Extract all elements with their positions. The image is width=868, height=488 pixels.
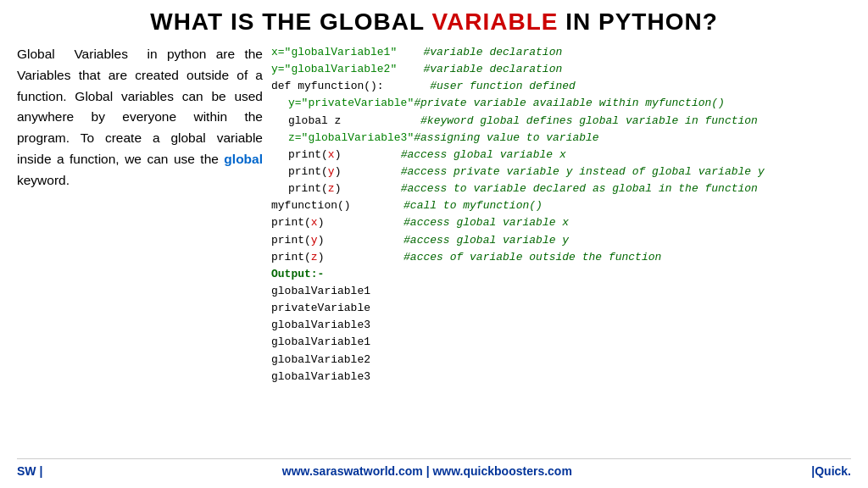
code-line-5: global z #keyword global defines global … <box>271 113 851 130</box>
code-line-6: z="globalVariable3" #assigning value to … <box>271 130 851 147</box>
code-line-8: print(y) #access private variable y inst… <box>271 164 851 180</box>
code-text: global z <box>288 113 341 130</box>
code-line-3: def myfunction(): #user function defined <box>271 78 851 95</box>
comment-text: #user function defined <box>384 78 576 95</box>
code-line-7: print(x) #access global variable x <box>271 147 851 164</box>
comment-text: #acces of variable outside the function <box>324 249 661 266</box>
code-text: print(x) <box>288 147 341 164</box>
comment-text: #access to variable declared as global i… <box>341 180 757 197</box>
code-text: def myfunction(): <box>271 78 384 95</box>
title-variable: VARIABLE <box>431 8 558 35</box>
description-text: Global Variables in python are the Varia… <box>17 47 263 187</box>
output-val-1: globalVariable1 <box>271 283 851 300</box>
code-text: print(z) <box>288 180 341 197</box>
code-line-11: print(x) #access global variable x <box>271 214 851 231</box>
code-line-1: x="globalVariable1" #variable declaratio… <box>271 44 851 61</box>
global-keyword-link: global <box>224 152 263 166</box>
comment-text: #variable declaration <box>397 44 562 61</box>
code-text: print(y) <box>288 164 341 180</box>
footer-center: www.saraswatworld.com | www.quickbooster… <box>282 464 572 478</box>
output-val-6: globalVariable3 <box>271 369 851 385</box>
comment-text: #keyword global defines global variable … <box>341 113 757 130</box>
title-part2: IN PYTHON? <box>558 8 717 35</box>
output-label-line: Output:- <box>271 266 851 283</box>
code-text: myfunction() <box>271 197 351 214</box>
page-container: WHAT IS THE GLOBAL VARIABLE IN PYTHON? G… <box>0 0 868 488</box>
footer-right: |Quick. <box>811 464 851 478</box>
footer-left: SW | <box>17 464 42 478</box>
comment-text: #call to myfunction() <box>351 197 542 214</box>
comment-text: #access private variable y instead of gl… <box>341 164 764 180</box>
output-label: Output:- <box>271 266 324 283</box>
code-line-9: print(z) #access to variable declared as… <box>271 180 851 197</box>
code-text: print(x) <box>271 214 324 231</box>
content-area: Global Variables in python are the Varia… <box>17 44 851 458</box>
footer: SW | www.saraswatworld.com | www.quickbo… <box>17 458 851 480</box>
output-val-2: privateVariable <box>271 300 851 317</box>
comment-text: #access global variable x <box>324 214 569 231</box>
code-text: z="globalVariable3" <box>288 130 414 147</box>
comment-text: #variable declaration <box>397 61 562 78</box>
code-line-10: myfunction() #call to myfunction() <box>271 197 851 214</box>
comment-text: #private variable available within myfun… <box>414 95 725 112</box>
title-part1: WHAT IS THE GLOBAL <box>150 8 431 35</box>
output-val-4: globalVariable1 <box>271 334 851 351</box>
comment-text: #access global variable x <box>341 147 565 164</box>
code-text: y="privateVariable" <box>288 95 414 112</box>
comment-text: #assigning value to variable <box>414 130 598 147</box>
output-val-3: globalVariable3 <box>271 317 851 334</box>
code-panel: x="globalVariable1" #variable declaratio… <box>271 44 851 458</box>
code-line-2: y="globalVariable2" #variable declaratio… <box>271 61 851 78</box>
code-text: print(z) <box>271 249 324 266</box>
output-val-5: globalVariable2 <box>271 352 851 369</box>
code-text: x="globalVariable1" <box>271 44 397 61</box>
description-panel: Global Variables in python are the Varia… <box>17 44 263 458</box>
code-line-13: print(z) #acces of variable outside the … <box>271 249 851 266</box>
code-text: y="globalVariable2" <box>271 61 397 78</box>
page-title: WHAT IS THE GLOBAL VARIABLE IN PYTHON? <box>17 8 851 36</box>
comment-text: #access global variable y <box>324 232 569 249</box>
code-text: print(y) <box>271 232 324 249</box>
code-line-12: print(y) #access global variable y <box>271 232 851 249</box>
code-line-4: y="privateVariable" #private variable av… <box>271 95 851 112</box>
